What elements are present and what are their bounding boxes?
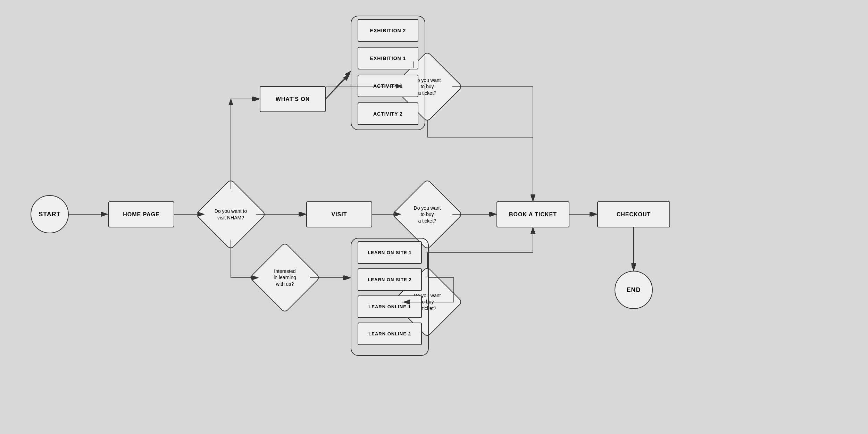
learn-online2-node: LEARN ONLINE 2 xyxy=(358,323,422,345)
svg-line-15 xyxy=(326,75,349,99)
whats-on-node: WHAT'S ON xyxy=(260,86,326,112)
home-page-node: HOME PAGE xyxy=(108,201,174,227)
checkout-node[interactable]: CHECKOUT xyxy=(597,201,670,227)
diamond-learning: Interestedin learningwith us? xyxy=(260,252,310,303)
svg-line-5 xyxy=(326,71,351,99)
visit-node: VISIT xyxy=(306,201,372,227)
exhibition1-node: EXHIBITION 1 xyxy=(358,47,418,69)
flowchart: START HOME PAGE Do you want to visit NHA… xyxy=(0,0,868,434)
learn-online1-node: LEARN ONLINE 1 xyxy=(358,295,422,318)
learn-site2-node: LEARN ON SITE 2 xyxy=(358,268,422,291)
learn-site1-node: LEARN ON SITE 1 xyxy=(358,241,422,264)
exhibition2-node: EXHIBITION 2 xyxy=(358,19,418,42)
activity1-node: ACTIVITY 1 xyxy=(358,75,418,97)
diamond-visit-nham: Do you want to visit NHAM? xyxy=(206,189,256,240)
end-node: END xyxy=(615,271,653,309)
book-ticket-node[interactable]: BOOK A TICKET xyxy=(496,201,569,227)
activity2-node: ACTIVITY 2 xyxy=(358,102,418,125)
start-node: START xyxy=(31,195,69,233)
diamond-buy-ticket-mid: Do you wantto buya ticket? xyxy=(402,189,452,240)
